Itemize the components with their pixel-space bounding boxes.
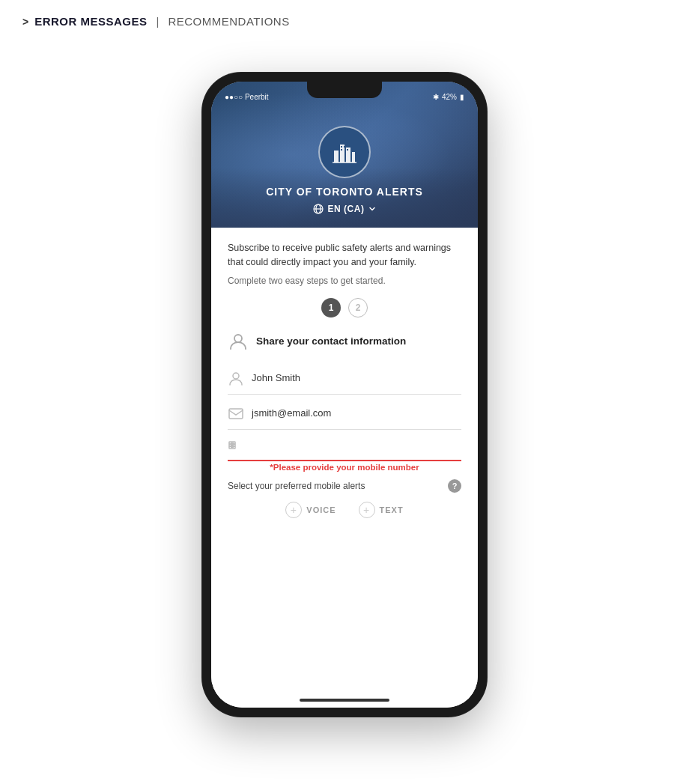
header-arrow: > bbox=[22, 16, 28, 28]
page-header: > ERROR MESSAGES | RECOMMENDATIONS bbox=[0, 0, 689, 43]
step-2-indicator: 2 bbox=[348, 298, 368, 317]
language-text: EN (CA) bbox=[328, 204, 365, 214]
person-field-icon bbox=[228, 370, 244, 386]
error-message: *Please provide your mobile number bbox=[228, 463, 461, 472]
home-indicator bbox=[300, 699, 389, 702]
step-1-indicator: 1 bbox=[321, 298, 341, 317]
alerts-label-row: Select your preferred mobile alerts ? bbox=[228, 479, 461, 493]
svg-rect-6 bbox=[344, 146, 344, 148]
battery-text: 42% bbox=[442, 93, 457, 101]
notch bbox=[307, 82, 382, 98]
help-icon[interactable]: ? bbox=[448, 479, 461, 493]
email-icon bbox=[228, 405, 244, 422]
phone-field-error[interactable] bbox=[228, 433, 461, 461]
phone-frame: ●●○○ Peerbit ✱ 42% ▮ bbox=[202, 73, 487, 717]
carrier-text: ●●○○ Peerbit bbox=[225, 93, 269, 101]
voice-label: VOICE bbox=[306, 505, 336, 514]
svg-rect-8 bbox=[347, 149, 348, 151]
phone-wrapper: ●●○○ Peerbit ✱ 42% ▮ bbox=[0, 43, 689, 717]
header-rec-label: RECOMMENDATIONS bbox=[168, 15, 289, 28]
alerts-label: Select your preferred mobile alerts bbox=[228, 481, 365, 491]
svg-point-13 bbox=[233, 373, 239, 379]
contact-section-header: Share your contact information bbox=[228, 331, 461, 352]
svg-rect-3 bbox=[352, 152, 355, 162]
svg-rect-14 bbox=[229, 409, 243, 419]
language-row[interactable]: EN (CA) bbox=[313, 204, 377, 214]
contact-section-title: Share your contact information bbox=[256, 335, 406, 347]
header-error-label: ERROR MESSAGES bbox=[34, 15, 147, 28]
phone-field-icon bbox=[228, 440, 244, 457]
toronto-logo bbox=[318, 126, 371, 178]
phone-screen: ●●○○ Peerbit ✱ 42% ▮ bbox=[211, 82, 478, 708]
svg-rect-0 bbox=[334, 151, 339, 162]
app-content: Subscribe to receive public safety alert… bbox=[211, 228, 478, 708]
svg-point-12 bbox=[234, 335, 242, 342]
bluetooth-icon: ✱ bbox=[433, 93, 439, 101]
steps-row: 1 2 bbox=[228, 298, 461, 317]
email-field[interactable]: jsmith@email.com bbox=[228, 398, 461, 430]
text-label: TEXT bbox=[380, 505, 404, 514]
email-value: jsmith@email.com bbox=[252, 407, 461, 419]
name-field[interactable]: John Smith bbox=[228, 362, 461, 395]
svg-rect-7 bbox=[341, 149, 342, 151]
battery-bar-icon: ▮ bbox=[460, 93, 464, 101]
svg-rect-5 bbox=[341, 146, 342, 148]
name-value: John Smith bbox=[252, 372, 461, 383]
text-button[interactable]: + TEXT bbox=[359, 502, 404, 518]
alert-buttons-row: + VOICE + TEXT bbox=[228, 502, 461, 518]
header-separator: | bbox=[157, 15, 160, 28]
toronto-logo-svg bbox=[328, 136, 361, 168]
voice-add-icon: + bbox=[285, 502, 302, 518]
voice-button[interactable]: + VOICE bbox=[285, 502, 336, 518]
steps-text: Complete two easy steps to get started. bbox=[228, 276, 461, 286]
globe-icon bbox=[313, 204, 324, 214]
status-bar: ●●○○ Peerbit ✱ 42% ▮ bbox=[211, 82, 478, 104]
svg-rect-4 bbox=[333, 162, 356, 163]
person-icon bbox=[228, 331, 249, 352]
app-title: CITY OF TORONTO ALERTS bbox=[266, 186, 423, 198]
chevron-down-icon bbox=[368, 205, 376, 213]
status-right: ✱ 42% ▮ bbox=[433, 93, 464, 101]
text-add-icon: + bbox=[359, 502, 375, 518]
subscribe-text: Subscribe to receive public safety alert… bbox=[228, 241, 461, 270]
